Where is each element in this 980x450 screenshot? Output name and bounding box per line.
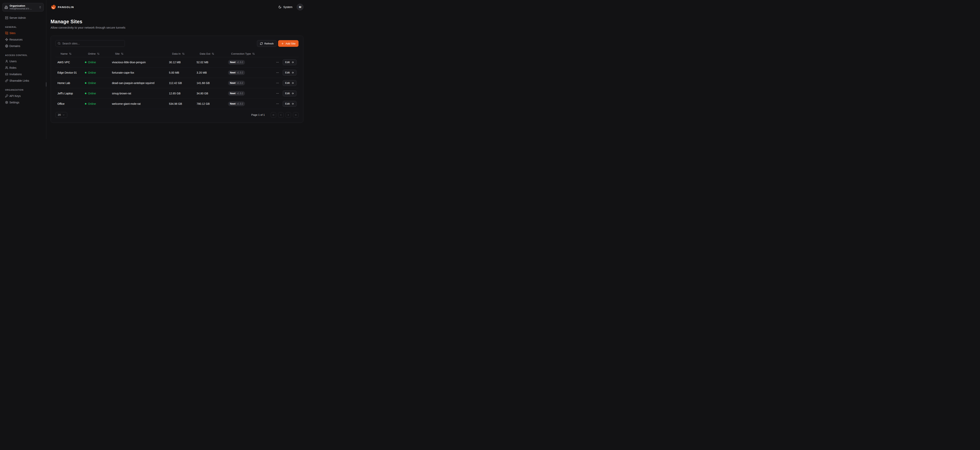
brand-logo: PANGOLIN: [51, 4, 74, 10]
site-name-cell: Office: [56, 98, 83, 109]
column-label: Online: [88, 52, 95, 55]
next-page-button[interactable]: [286, 112, 291, 118]
first-page-button[interactable]: [270, 112, 276, 118]
sidebar-scrollbar-thumb[interactable]: [46, 82, 46, 87]
table-row[interactable]: Home Lab Online dead-san-joaquin-antelop…: [56, 78, 299, 88]
connection-type-badge: Newt v1.3.2: [228, 101, 245, 106]
row-options-button[interactable]: [275, 101, 280, 106]
sort-header-online[interactable]: Online: [85, 52, 100, 55]
page-subtitle: Allow connectivity to your network throu…: [51, 26, 304, 29]
org-label: Organization: [10, 4, 37, 7]
edit-label: Edit: [285, 81, 290, 84]
data-in-cell: 12.65 GB: [167, 88, 195, 98]
table-row[interactable]: Jeff's Laptop Online smug-brown-rat 12.6…: [56, 88, 299, 98]
edit-button[interactable]: Edit: [283, 59, 296, 65]
sidebar-item-api-keys[interactable]: API Keys: [2, 93, 44, 99]
arrow-right-icon: [291, 71, 294, 74]
data-in-cell: 112.42 GB: [167, 78, 195, 88]
sidebar-item-label: Roles: [10, 66, 16, 69]
sidebar-item-invitations[interactable]: Invitations: [2, 71, 44, 78]
page-size-select[interactable]: 20: [56, 112, 67, 118]
online-label: Online: [88, 102, 96, 105]
sort-header-name[interactable]: Name: [57, 52, 72, 55]
connection-version: v1.3.2: [237, 92, 243, 95]
sort-header-connection-type[interactable]: Connection Type: [228, 52, 255, 55]
ellipsis-icon: [276, 92, 279, 95]
combine-icon: [5, 32, 8, 35]
column-label: Connection Type: [231, 52, 251, 55]
sort-header-data-out[interactable]: Data Out: [197, 52, 214, 55]
data-out-cell: 3.20 MB: [195, 67, 226, 78]
pangolin-logo-icon: [51, 4, 56, 10]
theme-toggle[interactable]: System: [278, 5, 293, 9]
sidebar-nav: Server Admin GENERAL Sites Resources Dom…: [2, 15, 44, 106]
connection-type: Newt: [230, 71, 235, 74]
sidebar-item-label: API Keys: [10, 94, 21, 98]
sidebar-item-shareable-links[interactable]: Shareable Links: [2, 78, 44, 84]
sidebar-item-resources[interactable]: Resources: [2, 36, 44, 43]
sort-header-site[interactable]: Site: [112, 52, 124, 55]
data-out-cell: 52.02 MB: [195, 57, 226, 67]
search-box: [56, 40, 125, 47]
server-icon: [5, 16, 8, 19]
search-input[interactable]: [56, 40, 125, 47]
chevrons-right-icon: [294, 114, 297, 116]
edit-button[interactable]: Edit: [283, 80, 296, 86]
arrow-up-down-icon: [212, 52, 214, 55]
refresh-button[interactable]: Refresh: [257, 40, 277, 47]
table-row[interactable]: Edge Device 01 Online fortunate-cape-fox…: [56, 67, 299, 78]
row-options-button[interactable]: [275, 81, 280, 86]
users-icon: [5, 66, 8, 69]
column-label: Site: [115, 52, 119, 55]
connection-type: Newt: [230, 82, 235, 84]
ellipsis-icon: [276, 71, 279, 74]
link-icon: [5, 79, 8, 82]
data-in-cell: 5.00 MB: [167, 67, 195, 78]
key-icon: [5, 94, 8, 98]
online-label: Online: [88, 71, 96, 74]
online-dot-icon: [85, 72, 86, 73]
sidebar-item-server-admin[interactable]: Server Admin: [2, 15, 44, 21]
edit-button[interactable]: Edit: [283, 70, 296, 76]
connection-type: Newt: [230, 102, 235, 105]
connection-version: v1.3.2: [237, 71, 243, 74]
add-site-button[interactable]: Add Site: [278, 40, 299, 47]
ellipsis-icon: [276, 102, 279, 105]
online-dot-icon: [85, 62, 86, 63]
row-options-button[interactable]: [275, 70, 280, 75]
user-avatar[interactable]: M: [297, 4, 304, 10]
edit-button[interactable]: Edit: [283, 101, 296, 107]
sites-toolbar: Refresh Add Site: [56, 40, 299, 47]
sidebar-item-roles[interactable]: Roles: [2, 65, 44, 71]
site-name-cell: Edge Device 01: [56, 67, 83, 78]
chevrons-up-down-icon: [39, 6, 41, 9]
online-dot-icon: [85, 82, 86, 84]
chevron-down-icon: [62, 114, 65, 116]
row-options-button[interactable]: [275, 60, 280, 65]
sidebar-item-users[interactable]: Users: [2, 58, 44, 65]
last-page-button[interactable]: [293, 112, 299, 118]
previous-page-button[interactable]: [278, 112, 283, 118]
row-options-button[interactable]: [275, 91, 280, 96]
chevrons-left-icon: [272, 114, 275, 116]
table-row[interactable]: Office Online welcome-giant-mole-rat 534…: [56, 98, 299, 109]
search-icon: [57, 42, 60, 45]
page-status: Page 1 of 1: [251, 113, 265, 116]
edit-label: Edit: [285, 61, 290, 63]
sites-card: Refresh Add Site Name Online Sit: [51, 36, 304, 123]
org-switcher[interactable]: Organization milo@fossorial.io's ...: [2, 3, 44, 11]
site-id-cell: dead-san-joaquin-antelope-squirrel: [110, 78, 167, 88]
connection-type: Newt: [230, 92, 235, 95]
table-row[interactable]: AWS VPC Online vivacious-little-blue-pen…: [56, 57, 299, 67]
building-icon: [5, 6, 8, 9]
edit-button[interactable]: Edit: [283, 90, 296, 96]
arrow-up-down-icon: [121, 52, 124, 55]
moon-icon: [278, 5, 282, 9]
sidebar-item-settings[interactable]: Settings: [2, 99, 44, 106]
site-id-cell: smug-brown-rat: [110, 88, 167, 98]
sort-header-data-in[interactable]: Data In: [169, 52, 185, 55]
user-icon: [5, 60, 8, 63]
sidebar-item-domains[interactable]: Domains: [2, 43, 44, 49]
sidebar-item-sites[interactable]: Sites: [2, 30, 44, 36]
page-title: Manage Sites: [51, 19, 304, 24]
